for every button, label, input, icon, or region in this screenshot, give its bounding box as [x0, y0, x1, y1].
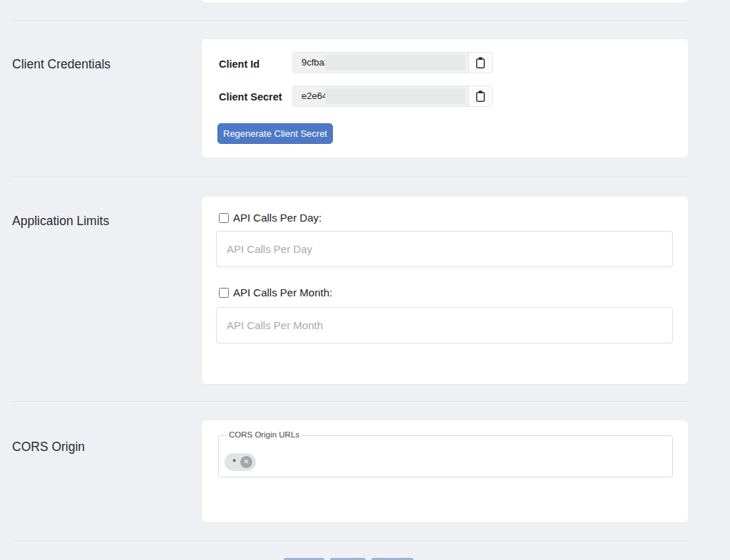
section-divider: [11, 401, 688, 402]
client-id-label: Client Id: [219, 58, 259, 70]
api-calls-per-month-checkbox[interactable]: [219, 288, 229, 298]
client-id-input-group: 9cfba3: [292, 52, 493, 73]
api-calls-per-day-label: API Calls Per Day:: [233, 212, 322, 224]
clipboard-icon: [475, 56, 486, 69]
client-secret-redaction: [325, 88, 466, 104]
client-secret-input-group: e2e647: [292, 85, 493, 107]
section-divider: [11, 177, 688, 177]
client-id-redaction: [325, 55, 466, 71]
application-limits-section-title: Application Limits: [12, 214, 109, 229]
cors-origin-chip-remove-button[interactable]: ✕: [240, 456, 252, 468]
cors-origin-urls-legend: CORS Origin URLs: [226, 430, 302, 439]
cors-origin-chip: * ✕: [225, 453, 256, 471]
api-calls-per-day-checkbox[interactable]: [219, 213, 229, 223]
cors-origin-chip-value: *: [232, 453, 236, 471]
application-limits-card: API Calls Per Day: API Calls Per Month:: [202, 197, 688, 384]
client-secret-label: Client Secret: [219, 91, 282, 103]
api-calls-per-day-checkbox-row: API Calls Per Day:: [219, 212, 322, 224]
client-credentials-section-title: Client Credentials: [12, 57, 110, 72]
api-calls-per-month-checkbox-row: API Calls Per Month:: [219, 286, 332, 299]
client-credentials-card: Client Id 9cfba3 Client Secret e2e647: [202, 39, 688, 157]
circle-x-icon: ✕: [244, 456, 250, 468]
regenerate-client-secret-button[interactable]: Regenerate Client Secret: [217, 123, 333, 144]
cors-origin-section-title: CORS Origin: [12, 440, 85, 455]
client-id-copy-button[interactable]: [468, 53, 492, 73]
cors-origin-urls-input[interactable]: CORS Origin URLs * ✕: [218, 435, 673, 477]
cors-origin-card: CORS Origin URLs * ✕: [202, 420, 688, 522]
settings-page: Client Credentials Client Id 9cfba3 Clie…: [0, 0, 730, 560]
section-divider: [11, 20, 688, 21]
api-calls-per-month-input[interactable]: [216, 307, 673, 343]
section-divider: [11, 541, 688, 541]
api-calls-per-day-input[interactable]: [216, 231, 673, 267]
clipboard-icon: [475, 90, 486, 103]
previous-card-edge: [202, 0, 688, 3]
client-secret-copy-button[interactable]: [468, 86, 492, 106]
api-calls-per-month-label: API Calls Per Month:: [233, 286, 332, 299]
